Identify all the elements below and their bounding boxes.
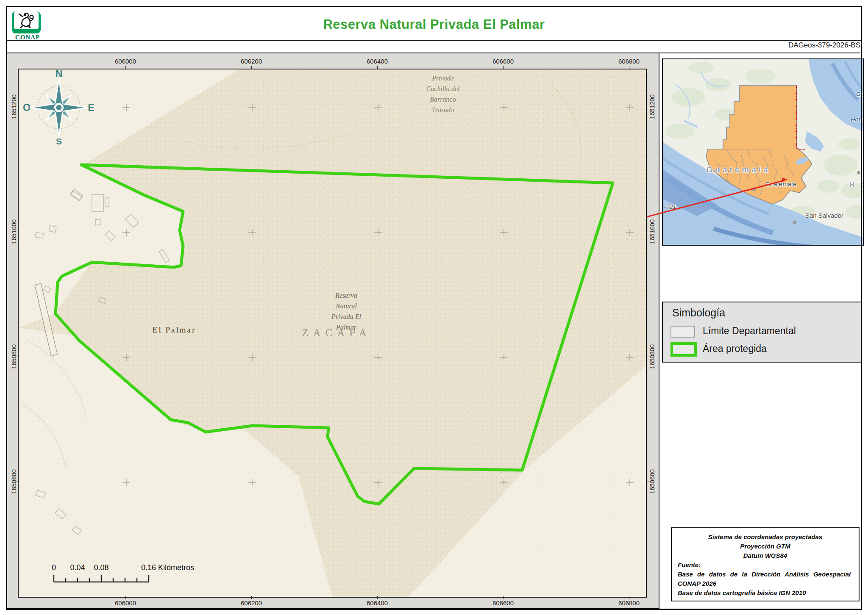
legend-item-label: Área protegida <box>703 343 767 355</box>
inset-city2-label: San Salvador <box>805 212 843 219</box>
compass-rose: N E S O <box>21 69 97 146</box>
coordinate-label <box>377 596 378 599</box>
coordinate-label <box>15 107 18 108</box>
inset-water-label-1: Gu <box>856 91 864 97</box>
projection-line: Proyección GTM <box>678 542 853 551</box>
source-line: CONAP 2026 <box>678 579 853 588</box>
header-bar: CONAP Reserva Natural Privada El Palmar <box>6 6 862 41</box>
inset-city-label: Guatemala <box>765 180 796 188</box>
scale-bar-label: 0.04 <box>70 563 85 572</box>
coordinate-label <box>15 232 18 233</box>
inset-country-label: Guatemala <box>706 165 770 175</box>
coordinate-label <box>125 66 126 69</box>
scale-bar-label: 0 <box>52 563 56 572</box>
locality-label: El Palmar <box>153 325 196 335</box>
coordinate-label: 606000 <box>115 599 136 607</box>
scale-bar-label: 0.16 Kilómetros <box>141 563 194 572</box>
coordinate-label <box>15 357 18 357</box>
inset-water-label-2: Hond <box>851 116 864 123</box>
legend-item-label: Límite Departamental <box>703 325 796 337</box>
projection-line: Datum WGS84 <box>678 551 853 560</box>
coordinate-label: 606600 <box>492 58 514 65</box>
map-canvas: N E S O PrivadaCuchilla delBarrancoTroza… <box>18 69 647 598</box>
coordinate-label <box>647 357 650 357</box>
legend: Simbología Límite Departamental Área pro… <box>662 302 862 363</box>
document-code: DAGeos-379-2026-BS <box>788 41 860 50</box>
coordinate-label <box>629 596 630 599</box>
coordinate-label <box>503 596 504 599</box>
coordinate-label: 606200 <box>241 58 262 65</box>
coordinate-label <box>15 482 18 482</box>
coordinate-label: 606400 <box>367 58 388 65</box>
inset-location-map: Guatemala Guatemala San Salvador H o Gu … <box>662 58 864 246</box>
map-frame: N E S O PrivadaCuchilla delBarrancoTroza… <box>6 53 659 609</box>
compass-e: E <box>88 102 94 113</box>
page-title: Reserva Natural Privada El Palmar <box>7 17 861 32</box>
compass-s: S <box>56 136 62 146</box>
projection-line: Sistema de coordenadas proyectadas <box>678 532 853 542</box>
coordinate-label <box>377 66 378 69</box>
credits-box: Sistema de coordenadas proyectadas Proye… <box>671 527 860 601</box>
compass-o: O <box>23 102 31 113</box>
inset-honduras-label: H o <box>849 180 864 189</box>
territorial-dispute-note: Diferendoterritorial noresuelto <box>663 245 713 246</box>
header-divider <box>659 53 860 53</box>
departmental-boundary-swatch <box>670 326 695 338</box>
protected-area-swatch <box>670 342 697 357</box>
neighbor-area-label: PrivadaCuchilla delBarrancoTrozado <box>426 73 460 115</box>
coordinate-label <box>503 66 504 69</box>
legend-title: Simbología <box>672 307 725 319</box>
conap-logo-text: CONAP <box>12 34 43 41</box>
reserve-name-label: ReservaNaturalPrivada ElPalmar <box>331 290 361 332</box>
coordinate-label: 606400 <box>367 599 388 607</box>
coordinate-label <box>647 107 650 108</box>
department-label: ZACAPA <box>302 327 371 339</box>
compass-n: N <box>56 69 63 79</box>
coordinate-label <box>251 66 252 69</box>
coordinate-label: 606600 <box>492 599 514 607</box>
coordinate-label <box>647 482 650 482</box>
source-line: Base de datos de la Dirección Análisis G… <box>678 570 853 579</box>
source-line: Base de datos cartografía básica IGN 201… <box>678 588 853 598</box>
coordinate-label <box>251 596 252 599</box>
coordinate-label: 606000 <box>115 58 136 65</box>
coordinate-label: 606800 <box>618 599 640 607</box>
coordinate-label <box>125 596 126 599</box>
coordinate-label <box>629 66 630 69</box>
source-heading: Fuente: <box>678 560 853 570</box>
inset-depth-label: 721 <box>666 203 676 210</box>
coordinate-label <box>647 232 650 233</box>
coordinate-label: 606800 <box>618 58 640 65</box>
scale-bar-label: 0.08 <box>94 563 108 572</box>
coordinate-label: 606200 <box>241 599 262 607</box>
